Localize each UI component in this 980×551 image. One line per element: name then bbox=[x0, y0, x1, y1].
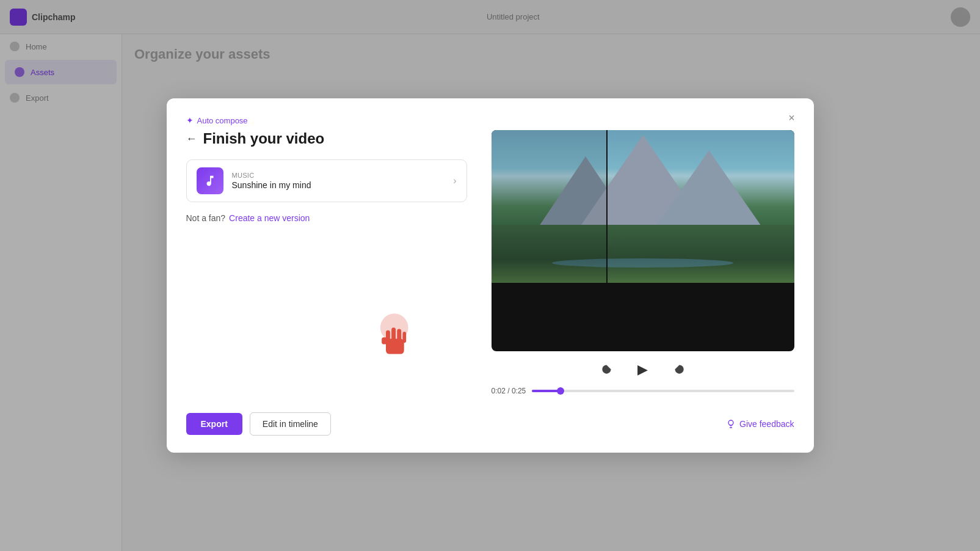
music-card[interactable]: Music Sunshine in my mind › bbox=[186, 159, 467, 202]
back-arrow-button[interactable]: ← bbox=[186, 133, 197, 145]
modal-overlay: × ✦ Auto compose ← Finish your video bbox=[0, 0, 980, 551]
modal-bottom-row: Export Edit in timeline Give feedback bbox=[186, 412, 794, 436]
progress-knob bbox=[557, 387, 564, 395]
action-buttons: Export Edit in timeline bbox=[186, 412, 331, 436]
give-feedback-label: Give feedback bbox=[739, 419, 794, 429]
playback-row: 0:02 / 0:25 bbox=[492, 384, 794, 398]
auto-compose-label: Auto compose bbox=[197, 116, 248, 125]
music-chevron-icon: › bbox=[453, 175, 456, 186]
video-preview bbox=[492, 130, 794, 351]
not-fan-text: Not a fan? bbox=[186, 213, 226, 223]
progress-bar[interactable] bbox=[532, 390, 794, 392]
music-info: Music Sunshine in my mind bbox=[232, 172, 445, 190]
create-new-version-link[interactable]: Create a new version bbox=[229, 213, 310, 223]
mountain-3 bbox=[654, 150, 764, 230]
modal-left-spacer bbox=[186, 230, 467, 398]
modal-right-panel: 5 ▶ 0:02 bbox=[492, 130, 794, 398]
modal-title-row: ← Finish your video bbox=[186, 130, 467, 147]
playback-current-time: 0:02 / 0:25 bbox=[492, 387, 526, 395]
export-button[interactable]: Export bbox=[186, 413, 242, 435]
lightbulb-icon bbox=[726, 419, 736, 429]
modal-left-panel: ← Finish your video Music Sunshine in my… bbox=[186, 130, 467, 398]
play-button[interactable]: ▶ bbox=[633, 360, 653, 379]
music-track-title: Sunshine in my mind bbox=[232, 180, 445, 190]
svg-text:5: 5 bbox=[606, 368, 608, 372]
rewind-button[interactable]: 5 bbox=[597, 360, 616, 379]
music-label: Music bbox=[232, 172, 445, 179]
edit-timeline-button[interactable]: Edit in timeline bbox=[250, 412, 331, 436]
not-fan-row: Not a fan? Create a new version bbox=[186, 213, 467, 223]
modal-body: ← Finish your video Music Sunshine in my… bbox=[186, 130, 794, 398]
progress-bar-fill bbox=[532, 390, 561, 392]
music-icon-wrap bbox=[197, 167, 223, 194]
video-scrubber-line bbox=[606, 130, 608, 283]
auto-compose-header: ✦ Auto compose bbox=[186, 115, 794, 125]
forward-button[interactable] bbox=[670, 360, 689, 379]
modal-close-button[interactable]: × bbox=[782, 108, 802, 128]
modal-title: Finish your video bbox=[203, 130, 325, 147]
give-feedback-button[interactable]: Give feedback bbox=[726, 419, 794, 429]
finish-video-modal: × ✦ Auto compose ← Finish your video bbox=[167, 98, 814, 453]
video-controls: 5 ▶ bbox=[597, 351, 689, 384]
video-preview-image bbox=[492, 130, 794, 283]
music-note-icon bbox=[203, 174, 217, 188]
video-left-tint bbox=[492, 130, 606, 283]
auto-compose-icon: ✦ bbox=[186, 115, 194, 125]
